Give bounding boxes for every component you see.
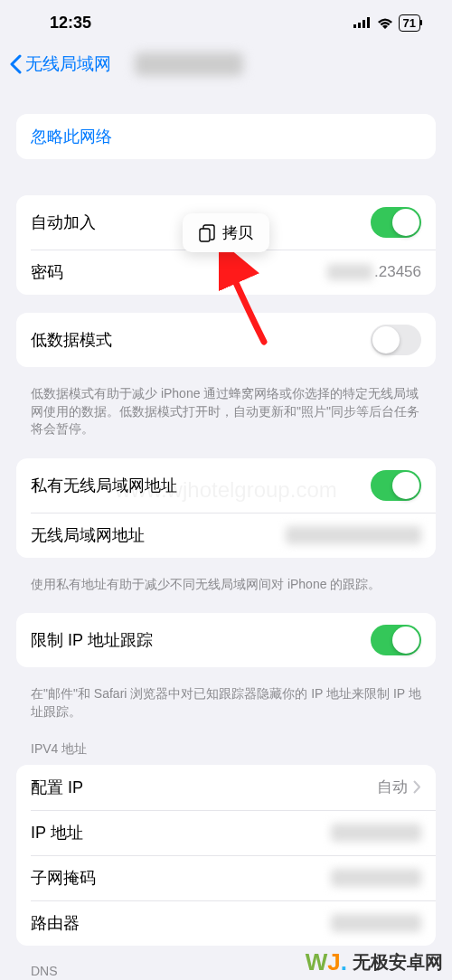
ipv4-group: 配置 IP 自动 IP 地址 子网掩码 路由器 [16,765,436,946]
router-value-redacted [331,914,421,932]
configure-ip-value-wrap: 自动 [377,777,421,797]
ip-address-value-redacted [331,824,421,842]
watermark-bottom: WJ. 无极安卓网 [306,948,443,976]
private-address-toggle[interactable] [371,470,421,501]
svg-rect-0 [353,24,356,28]
svg-rect-3 [367,17,370,28]
private-address-note: 使用私有地址有助于减少不同无线局域网间对 iPhone 的跟踪。 [31,576,421,594]
copy-popover[interactable]: 拷贝 [183,213,269,252]
router-row: 路由器 [16,900,436,946]
ip-address-row: IP 地址 [16,810,436,855]
back-button[interactable]: 无线局域网 [9,52,111,76]
nav-bar: 无线局域网 [0,45,452,87]
status-time: 12:35 [50,14,91,33]
forget-network-group: 忽略此网络 [16,114,436,159]
mac-address-row[interactable]: 无线局域网地址 [16,513,436,558]
wifi-icon [377,17,393,29]
subnet-value-redacted [331,869,421,887]
low-data-toggle[interactable] [371,325,421,355]
limit-ip-toggle[interactable] [371,625,421,655]
mac-address-label: 无线局域网地址 [31,524,145,546]
svg-rect-1 [358,23,361,28]
signal-icon [353,17,372,28]
forget-network-button[interactable]: 忽略此网络 [16,114,436,159]
configure-ip-row[interactable]: 配置 IP 自动 [16,765,436,810]
router-label: 路由器 [31,912,80,934]
password-row[interactable]: 密码 .23456 [16,250,436,295]
limit-ip-row: 限制 IP 地址跟踪 [16,613,436,667]
status-bar: 12:35 71 [0,0,452,45]
ipv4-header: IPV4 地址 [31,741,421,758]
configure-ip-value: 自动 [377,777,408,797]
low-data-label: 低数据模式 [31,329,112,351]
limit-ip-note: 在"邮件"和 Safari 浏览器中对已知跟踪器隐藏你的 IP 地址来限制 IP… [31,685,421,721]
subnet-row: 子网掩码 [16,855,436,900]
copy-label: 拷贝 [222,222,253,243]
chevron-right-icon [413,780,421,794]
low-data-group: 低数据模式 [16,313,436,367]
private-address-group: 私有无线局域网地址 无线局域网地址 [16,458,436,558]
private-address-row: 私有无线局域网地址 [16,458,436,513]
svg-rect-4 [200,229,210,241]
chevron-left-icon [9,54,22,74]
limit-ip-label: 限制 IP 地址跟踪 [31,629,153,651]
limit-ip-group: 限制 IP 地址跟踪 [16,613,436,667]
watermark-brand: 无极安卓网 [353,950,443,975]
low-data-row: 低数据模式 [16,313,436,367]
svg-rect-2 [363,20,365,28]
ip-address-label: IP 地址 [31,822,83,843]
low-data-note: 低数据模式有助于减少 iPhone 通过蜂窝网络或你选择的特定无线局域网使用的数… [31,385,421,438]
password-value: .23456 [327,263,421,281]
forget-network-label: 忽略此网络 [31,126,112,147]
password-redacted-part [327,264,372,280]
battery-indicator: 71 [399,14,420,32]
password-visible-suffix: .23456 [374,263,421,281]
copy-icon [199,224,215,242]
back-label: 无线局域网 [25,52,111,76]
watermark-logo: WJ. [306,948,347,976]
password-label: 密码 [31,261,63,283]
configure-ip-label: 配置 IP [31,777,83,798]
page-title-redacted [135,52,243,76]
status-indicators: 71 [353,14,420,32]
mac-address-value-redacted [286,526,421,544]
subnet-label: 子网掩码 [31,867,96,889]
private-address-label: 私有无线局域网地址 [31,475,177,496]
auto-join-toggle[interactable] [371,207,421,238]
auto-join-label: 自动加入 [31,212,96,233]
